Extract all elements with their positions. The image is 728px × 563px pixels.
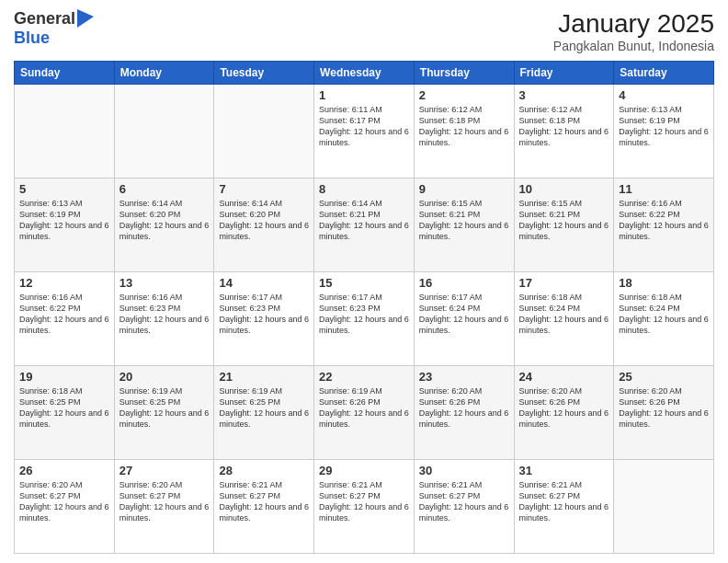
day-number: 22 xyxy=(319,370,409,384)
calendar-cell: 15Sunrise: 6:17 AM Sunset: 6:23 PM Dayli… xyxy=(314,272,415,366)
day-number: 10 xyxy=(519,182,609,196)
calendar-cell: 6Sunrise: 6:14 AM Sunset: 6:20 PM Daylig… xyxy=(114,178,214,272)
cell-info: Sunrise: 6:21 AM Sunset: 6:27 PM Dayligh… xyxy=(319,479,409,524)
calendar-cell: 3Sunrise: 6:12 AM Sunset: 6:18 PM Daylig… xyxy=(514,85,614,178)
day-number: 21 xyxy=(219,370,309,384)
day-number: 13 xyxy=(119,276,210,290)
day-number: 23 xyxy=(419,370,509,384)
cell-info: Sunrise: 6:18 AM Sunset: 6:24 PM Dayligh… xyxy=(519,292,609,337)
calendar-cell: 24Sunrise: 6:20 AM Sunset: 6:26 PM Dayli… xyxy=(514,366,614,460)
day-header-tuesday: Tuesday xyxy=(214,62,314,85)
week-row-1: 1Sunrise: 6:11 AM Sunset: 6:17 PM Daylig… xyxy=(15,85,714,178)
calendar-cell: 18Sunrise: 6:18 AM Sunset: 6:24 PM Dayli… xyxy=(614,272,714,366)
calendar-cell: 10Sunrise: 6:15 AM Sunset: 6:21 PM Dayli… xyxy=(514,178,614,272)
calendar-cell: 5Sunrise: 6:13 AM Sunset: 6:19 PM Daylig… xyxy=(15,178,115,272)
day-number: 27 xyxy=(119,464,210,477)
day-number: 29 xyxy=(319,464,409,477)
calendar-cell: 31Sunrise: 6:21 AM Sunset: 6:27 PM Dayli… xyxy=(514,460,614,554)
calendar-cell: 1Sunrise: 6:11 AM Sunset: 6:17 PM Daylig… xyxy=(314,85,415,178)
page: General Blue January 2025 Pangkalan Bunu… xyxy=(0,0,728,563)
svg-marker-0 xyxy=(77,9,94,28)
week-row-4: 19Sunrise: 6:18 AM Sunset: 6:25 PM Dayli… xyxy=(15,366,714,460)
day-number: 2 xyxy=(419,88,509,102)
day-header-saturday: Saturday xyxy=(614,62,714,85)
calendar-cell xyxy=(214,85,314,178)
calendar-cell: 12Sunrise: 6:16 AM Sunset: 6:22 PM Dayli… xyxy=(15,272,115,366)
day-number: 12 xyxy=(19,276,109,290)
logo-icon xyxy=(77,9,94,28)
day-number: 9 xyxy=(419,182,509,196)
calendar-cell: 2Sunrise: 6:12 AM Sunset: 6:18 PM Daylig… xyxy=(414,85,514,178)
day-number: 30 xyxy=(419,464,509,477)
calendar-title: January 2025 xyxy=(553,9,714,39)
cell-info: Sunrise: 6:13 AM Sunset: 6:19 PM Dayligh… xyxy=(619,104,709,149)
calendar-cell: 29Sunrise: 6:21 AM Sunset: 6:27 PM Dayli… xyxy=(314,460,415,554)
cell-info: Sunrise: 6:19 AM Sunset: 6:25 PM Dayligh… xyxy=(219,385,309,431)
calendar-cell: 7Sunrise: 6:14 AM Sunset: 6:20 PM Daylig… xyxy=(214,178,314,272)
day-number: 24 xyxy=(519,370,609,384)
cell-info: Sunrise: 6:20 AM Sunset: 6:26 PM Dayligh… xyxy=(519,385,609,431)
cell-info: Sunrise: 6:21 AM Sunset: 6:27 PM Dayligh… xyxy=(219,479,309,524)
day-number: 11 xyxy=(619,182,709,196)
day-header-wednesday: Wednesday xyxy=(314,62,415,85)
calendar-subtitle: Pangkalan Bunut, Indonesia xyxy=(553,39,714,53)
logo-general: General xyxy=(14,9,75,29)
days-header-row: SundayMondayTuesdayWednesdayThursdayFrid… xyxy=(15,62,714,85)
cell-info: Sunrise: 6:19 AM Sunset: 6:25 PM Dayligh… xyxy=(119,385,210,431)
week-row-3: 12Sunrise: 6:16 AM Sunset: 6:22 PM Dayli… xyxy=(15,272,714,366)
header: General Blue January 2025 Pangkalan Bunu… xyxy=(14,9,714,53)
header-right: January 2025 Pangkalan Bunut, Indonesia xyxy=(553,9,714,53)
cell-info: Sunrise: 6:14 AM Sunset: 6:20 PM Dayligh… xyxy=(119,198,210,243)
calendar-cell xyxy=(114,85,214,178)
cell-info: Sunrise: 6:17 AM Sunset: 6:23 PM Dayligh… xyxy=(319,292,409,337)
calendar-cell: 25Sunrise: 6:20 AM Sunset: 6:26 PM Dayli… xyxy=(614,366,714,460)
day-number: 15 xyxy=(319,276,409,290)
calendar-cell xyxy=(15,85,115,178)
day-number: 8 xyxy=(319,182,409,196)
day-header-sunday: Sunday xyxy=(15,62,115,85)
day-number: 16 xyxy=(419,276,509,290)
calendar-cell: 26Sunrise: 6:20 AM Sunset: 6:27 PM Dayli… xyxy=(15,460,115,554)
cell-info: Sunrise: 6:16 AM Sunset: 6:22 PM Dayligh… xyxy=(619,198,709,243)
calendar-cell: 13Sunrise: 6:16 AM Sunset: 6:23 PM Dayli… xyxy=(114,272,214,366)
cell-info: Sunrise: 6:18 AM Sunset: 6:25 PM Dayligh… xyxy=(19,385,109,431)
day-number: 3 xyxy=(519,88,609,102)
day-number: 26 xyxy=(19,464,109,477)
calendar-cell: 23Sunrise: 6:20 AM Sunset: 6:26 PM Dayli… xyxy=(414,366,514,460)
calendar-cell: 8Sunrise: 6:14 AM Sunset: 6:21 PM Daylig… xyxy=(314,178,415,272)
calendar-cell: 22Sunrise: 6:19 AM Sunset: 6:26 PM Dayli… xyxy=(314,366,415,460)
day-number: 1 xyxy=(319,88,409,102)
calendar-cell: 28Sunrise: 6:21 AM Sunset: 6:27 PM Dayli… xyxy=(214,460,314,554)
cell-info: Sunrise: 6:20 AM Sunset: 6:26 PM Dayligh… xyxy=(619,385,709,431)
day-number: 18 xyxy=(619,276,709,290)
calendar-cell: 14Sunrise: 6:17 AM Sunset: 6:23 PM Dayli… xyxy=(214,272,314,366)
cell-info: Sunrise: 6:13 AM Sunset: 6:19 PM Dayligh… xyxy=(19,198,109,243)
calendar-cell: 30Sunrise: 6:21 AM Sunset: 6:27 PM Dayli… xyxy=(414,460,514,554)
cell-info: Sunrise: 6:15 AM Sunset: 6:21 PM Dayligh… xyxy=(419,198,509,243)
calendar-cell: 11Sunrise: 6:16 AM Sunset: 6:22 PM Dayli… xyxy=(614,178,714,272)
cell-info: Sunrise: 6:17 AM Sunset: 6:23 PM Dayligh… xyxy=(219,292,309,337)
day-number: 19 xyxy=(19,370,109,384)
day-header-thursday: Thursday xyxy=(414,62,514,85)
day-header-friday: Friday xyxy=(514,62,614,85)
calendar-cell: 21Sunrise: 6:19 AM Sunset: 6:25 PM Dayli… xyxy=(214,366,314,460)
day-number: 14 xyxy=(219,276,309,290)
cell-info: Sunrise: 6:11 AM Sunset: 6:17 PM Dayligh… xyxy=(319,104,409,149)
day-number: 4 xyxy=(619,88,709,102)
day-number: 25 xyxy=(619,370,709,384)
cell-info: Sunrise: 6:12 AM Sunset: 6:18 PM Dayligh… xyxy=(519,104,609,149)
cell-info: Sunrise: 6:18 AM Sunset: 6:24 PM Dayligh… xyxy=(619,292,709,337)
day-number: 31 xyxy=(519,464,609,477)
day-number: 28 xyxy=(219,464,309,477)
day-number: 7 xyxy=(219,182,309,196)
cell-info: Sunrise: 6:20 AM Sunset: 6:27 PM Dayligh… xyxy=(19,479,109,524)
calendar-cell: 20Sunrise: 6:19 AM Sunset: 6:25 PM Dayli… xyxy=(114,366,214,460)
calendar-cell: 27Sunrise: 6:20 AM Sunset: 6:27 PM Dayli… xyxy=(114,460,214,554)
cell-info: Sunrise: 6:17 AM Sunset: 6:24 PM Dayligh… xyxy=(419,292,509,337)
week-row-2: 5Sunrise: 6:13 AM Sunset: 6:19 PM Daylig… xyxy=(15,178,714,272)
cell-info: Sunrise: 6:19 AM Sunset: 6:26 PM Dayligh… xyxy=(319,385,409,431)
calendar-table: SundayMondayTuesdayWednesdayThursdayFrid… xyxy=(14,61,714,554)
logo: General Blue xyxy=(14,9,94,48)
day-number: 17 xyxy=(519,276,609,290)
calendar-cell: 9Sunrise: 6:15 AM Sunset: 6:21 PM Daylig… xyxy=(414,178,514,272)
